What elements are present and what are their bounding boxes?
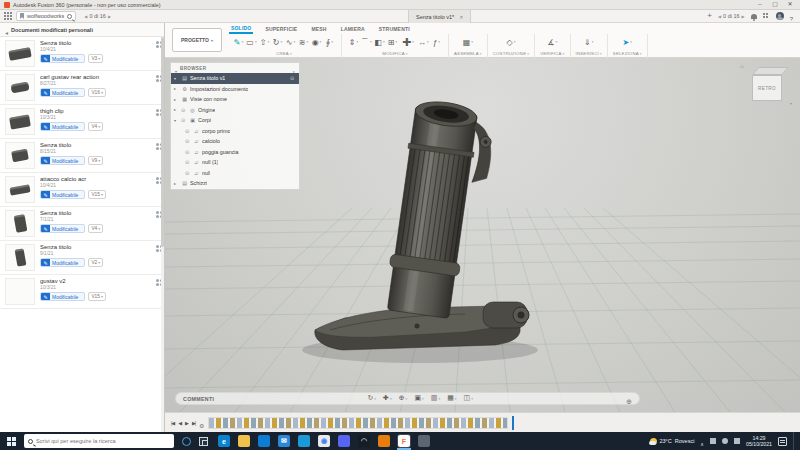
- taskbar-weather[interactable]: 23°C Rovesci: [650, 438, 695, 445]
- measure-icon[interactable]: ∡: [546, 34, 559, 50]
- view-cube[interactable]: ⌂ RETRO: [744, 63, 792, 109]
- tab-strumenti[interactable]: STRUMENTI: [377, 25, 412, 33]
- visibility-eye-icon[interactable]: ⊙: [185, 128, 191, 134]
- new-component-icon[interactable]: ▦: [461, 34, 474, 50]
- shell-icon[interactable]: ◧: [373, 34, 386, 50]
- chevron-icon[interactable]: ▸: [174, 97, 179, 102]
- tab-solido[interactable]: SOLIDO: [229, 24, 253, 34]
- chevron-left-icon[interactable]: [5, 21, 8, 39]
- recent-document-item[interactable]: Senza titolo 9/1/21 Modificabile V2: [0, 241, 164, 275]
- editable-badge[interactable]: Modificabile: [40, 224, 85, 233]
- construction-plane-icon[interactable]: ◇: [504, 34, 517, 50]
- hole-icon[interactable]: ◉: [310, 34, 323, 50]
- tab-lamiera[interactable]: LAMIERA: [339, 25, 367, 33]
- app-switcher-icon[interactable]: [763, 13, 770, 20]
- chevron-icon[interactable]: ▸: [174, 86, 179, 91]
- notifications-bell-icon[interactable]: [751, 14, 757, 19]
- tray-network-icon[interactable]: [722, 438, 728, 444]
- zoom-icon[interactable]: ⊕: [399, 393, 408, 404]
- box-icon[interactable]: ▭: [245, 34, 258, 50]
- version-badge[interactable]: V3: [88, 54, 103, 63]
- editable-badge[interactable]: Modificabile: [40, 258, 85, 267]
- editable-badge[interactable]: Modificabile: [40, 122, 85, 131]
- app-menu-icon[interactable]: [4, 12, 12, 20]
- timeline-features-strip[interactable]: [208, 417, 508, 429]
- fit-icon[interactable]: ▣: [414, 393, 423, 404]
- model-stock-assembly[interactable]: [302, 98, 538, 363]
- group-label-modifica[interactable]: MODIFICA: [382, 51, 408, 56]
- recent-document-item[interactable]: Senza titolo 10/4/21 Modificabile V3: [0, 37, 164, 71]
- timeline-settings-icon[interactable]: [199, 414, 204, 432]
- sweep-icon[interactable]: ∿: [284, 34, 297, 50]
- browser-node-bodies[interactable]: ▾ ⊙ ▣ Corpi: [171, 115, 299, 126]
- visibility-eye-icon[interactable]: ⊙: [185, 159, 191, 165]
- version-badge[interactable]: V4: [88, 122, 103, 131]
- go-to-end-button[interactable]: ▶|: [192, 420, 195, 426]
- chevron-icon[interactable]: ▸: [174, 107, 179, 112]
- recent-document-item[interactable]: gustav v2 10/3/21 Modificabile V15: [0, 275, 164, 309]
- editable-badge[interactable]: Modificabile: [40, 292, 85, 301]
- buffer-tube[interactable]: [383, 98, 497, 321]
- chevron-icon[interactable]: ▾: [174, 76, 179, 81]
- taskbar-search[interactable]: [24, 434, 174, 448]
- change-parameters-icon[interactable]: ƒ: [430, 34, 443, 50]
- step-back-button[interactable]: ◀: [178, 420, 181, 426]
- loft-icon[interactable]: ≋: [297, 34, 310, 50]
- tray-volume-icon[interactable]: [734, 438, 740, 444]
- move-copy-icon[interactable]: ✚: [399, 34, 417, 50]
- press-pull-icon[interactable]: ⇕: [347, 34, 360, 50]
- group-label-seleziona[interactable]: SELEZIONA: [613, 51, 642, 56]
- taskbar-app-steam[interactable]: ◠: [358, 435, 370, 447]
- visibility-eye-icon[interactable]: ⊙: [185, 170, 191, 176]
- cortana-icon[interactable]: [182, 437, 191, 446]
- chevron-icon[interactable]: ▾: [174, 118, 179, 123]
- visibility-eye-icon[interactable]: ⊙: [290, 75, 296, 81]
- visibility-eye-icon[interactable]: ⊙: [181, 117, 187, 123]
- browser-node-origin[interactable]: ▸ ⊙ ◎ Origine: [171, 105, 299, 116]
- version-badge[interactable]: V16: [88, 88, 106, 97]
- browser-node-body[interactable]: ⊙ ▱ null (1): [171, 157, 299, 168]
- pan-icon[interactable]: ✚: [383, 393, 392, 404]
- browser-root-node[interactable]: ▾ ▤ Senza titolo v1 ⊙: [171, 73, 299, 84]
- version-badge[interactable]: V2: [88, 258, 103, 267]
- tab-close-icon[interactable]: ✕: [459, 14, 463, 20]
- insert-icon[interactable]: ⇓: [582, 34, 595, 50]
- go-to-start-button[interactable]: |◀: [171, 420, 174, 426]
- show-desktop-button[interactable]: [793, 432, 796, 450]
- taskbar-app-fusion-360[interactable]: F: [398, 435, 410, 447]
- fillet-icon[interactable]: ⌒: [360, 34, 373, 50]
- chevron-icon[interactable]: ▸: [174, 181, 179, 186]
- group-label-inserisci[interactable]: INSERISCI: [576, 51, 602, 56]
- home-view-icon[interactable]: ⌂: [740, 63, 744, 69]
- orbit-icon[interactable]: ↻: [367, 393, 376, 404]
- group-label-crea[interactable]: CREA: [276, 51, 292, 56]
- thread-icon[interactable]: ∮: [323, 34, 336, 50]
- view-cube-front-face[interactable]: RETRO: [752, 75, 782, 101]
- recent-document-item[interactable]: thigh clip 10/3/21 Modificabile V4: [0, 105, 164, 139]
- browser-node-sketches[interactable]: ▸ ▤ Schizzi: [171, 178, 299, 189]
- user-avatar[interactable]: [776, 12, 784, 20]
- recent-document-item[interactable]: Senza titolo 7/1/21 Modificabile V4: [0, 207, 164, 241]
- view-cube-menu-icon[interactable]: [790, 91, 792, 109]
- editable-badge[interactable]: Modificabile: [40, 54, 85, 63]
- taskbar-app-blender[interactable]: [378, 435, 390, 447]
- taskbar-app-photos[interactable]: [298, 435, 310, 447]
- panel-scrollbar[interactable]: [161, 37, 164, 432]
- task-view-icon[interactable]: [199, 437, 208, 446]
- viewport[interactable]: BROWSER ▾ ▤ Senza titolo v1 ⊙ ▸ ⚙ Impost…: [165, 58, 800, 412]
- group-label-verifica[interactable]: VERIFICA: [540, 51, 564, 56]
- grid-settings-icon[interactable]: ▦: [447, 393, 456, 404]
- visibility-eye-icon[interactable]: ⊙: [181, 107, 187, 113]
- view-cube-top-face[interactable]: [752, 67, 789, 75]
- combine-icon[interactable]: ⊞: [386, 34, 399, 50]
- group-label-assembla[interactable]: ASSEMBLA: [454, 51, 482, 56]
- display-settings-icon[interactable]: ▥: [431, 393, 440, 404]
- version-badge[interactable]: V9: [88, 156, 103, 165]
- version-badge[interactable]: V15: [88, 292, 106, 301]
- create-sketch-icon[interactable]: ✎: [232, 34, 245, 50]
- search-icon[interactable]: [67, 14, 72, 19]
- tab-mesh[interactable]: MESH: [309, 25, 328, 33]
- new-tab-button[interactable]: +: [707, 11, 712, 21]
- version-badge[interactable]: V4: [88, 224, 103, 233]
- tab-superficie[interactable]: SUPERFICIE: [263, 25, 299, 33]
